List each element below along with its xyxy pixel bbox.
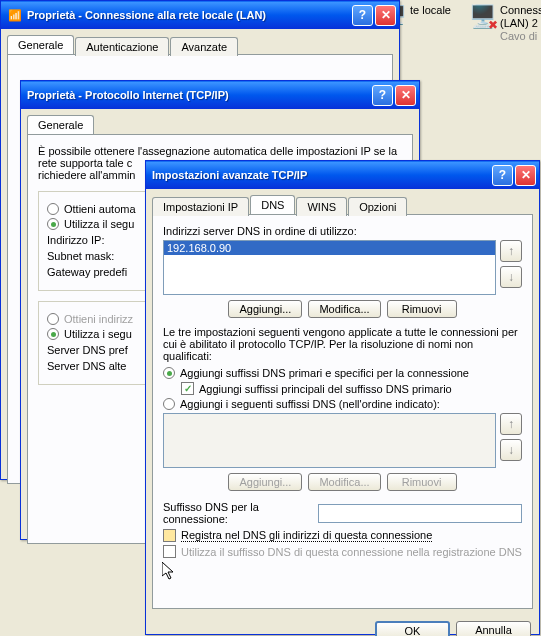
radio-order-suffix[interactable]: Aggiungi i seguenti suffissi DNS (nell'o…	[163, 398, 522, 410]
titlebar[interactable]: 📶 Proprietà - Connessione alla rete loca…	[1, 1, 399, 29]
ok-button[interactable]: OK	[375, 621, 450, 636]
window-advanced-tcpip: Impostazioni avanzate TCP/IP ? ✕ Imposta…	[145, 160, 540, 635]
label-dns-alt: Server DNS alte	[47, 360, 157, 372]
tab-auth[interactable]: Autenticazione	[75, 37, 169, 56]
tab-general[interactable]: Generale	[7, 35, 74, 54]
add-button[interactable]: Aggiungi...	[228, 300, 302, 318]
dns-server-list[interactable]: 192.168.0.90	[163, 240, 496, 295]
tab-options[interactable]: Opzioni	[348, 197, 407, 216]
tab-ip[interactable]: Impostazioni IP	[152, 197, 249, 216]
label-gateway: Gateway predefi	[47, 266, 157, 278]
check-use-suffix-dns: Utilizza il suffisso DNS di questa conne…	[163, 545, 522, 558]
tab-dns[interactable]: DNS	[250, 195, 295, 214]
tab-general[interactable]: Generale	[27, 115, 94, 134]
label-dns-pref: Server DNS pref	[47, 344, 157, 356]
close-button[interactable]: ✕	[515, 165, 536, 186]
label-mask: Subnet mask:	[47, 250, 157, 262]
close-button[interactable]: ✕	[375, 5, 396, 26]
check-register-dns[interactable]: Registra nel DNS gli indirizzi di questa…	[163, 529, 522, 542]
suffix-input[interactable]	[318, 504, 522, 523]
tab-advanced[interactable]: Avanzate	[170, 37, 238, 56]
label-ip: Indirizzo IP:	[47, 234, 157, 246]
network-disconnected-icon: 🖥️✖	[469, 4, 496, 30]
move-up-suffix-button: ↑	[500, 413, 522, 435]
label: Connession (LAN) 2 Cavo di ret	[500, 4, 541, 44]
remove-button[interactable]: Rimuovi	[387, 300, 457, 318]
window-title: Impostazioni avanzate TCP/IP	[152, 169, 492, 181]
dns-entry[interactable]: 192.168.0.90	[164, 241, 495, 255]
window-title: Proprietà - Connessione alla rete locale…	[27, 9, 352, 21]
close-button[interactable]: ✕	[395, 85, 416, 106]
remove-suffix-button: Rimuovi	[387, 473, 457, 491]
move-up-button[interactable]: ↑	[500, 240, 522, 262]
window-title: Proprietà - Protocollo Internet (TCP/IP)	[27, 89, 372, 101]
suffix-list	[163, 413, 496, 468]
move-down-suffix-button: ↓	[500, 439, 522, 461]
move-down-button[interactable]: ↓	[500, 266, 522, 288]
desktop-icon-lan2[interactable]: 🖥️✖ Connession (LAN) 2 Cavo di ret	[469, 4, 539, 44]
titlebar[interactable]: Impostazioni avanzate TCP/IP ? ✕	[146, 161, 539, 189]
adapter-icon: 📶	[7, 7, 23, 23]
help-button[interactable]: ?	[372, 85, 393, 106]
suffix-description: Le tre impostazioni seguenti vengono app…	[163, 326, 522, 362]
cancel-button[interactable]: Annulla	[456, 621, 531, 636]
help-button[interactable]: ?	[352, 5, 373, 26]
add-suffix-button: Aggiungi...	[228, 473, 302, 491]
dns-list-label: Indirizzi server DNS in ordine di utiliz…	[163, 225, 522, 237]
titlebar[interactable]: Proprietà - Protocollo Internet (TCP/IP)…	[21, 81, 419, 109]
radio-primary-suffix[interactable]: Aggiungi suffissi DNS primari e specific…	[163, 367, 522, 379]
edit-button[interactable]: Modifica...	[308, 300, 380, 318]
check-parent-suffix[interactable]: ✓Aggiungi suffissi principali del suffis…	[181, 382, 522, 395]
suffix-input-label: Suffisso DNS per la connessione:	[163, 501, 318, 525]
tab-wins[interactable]: WINS	[296, 197, 347, 216]
edit-suffix-button: Modifica...	[308, 473, 380, 491]
label: te locale	[410, 4, 451, 17]
help-button[interactable]: ?	[492, 165, 513, 186]
